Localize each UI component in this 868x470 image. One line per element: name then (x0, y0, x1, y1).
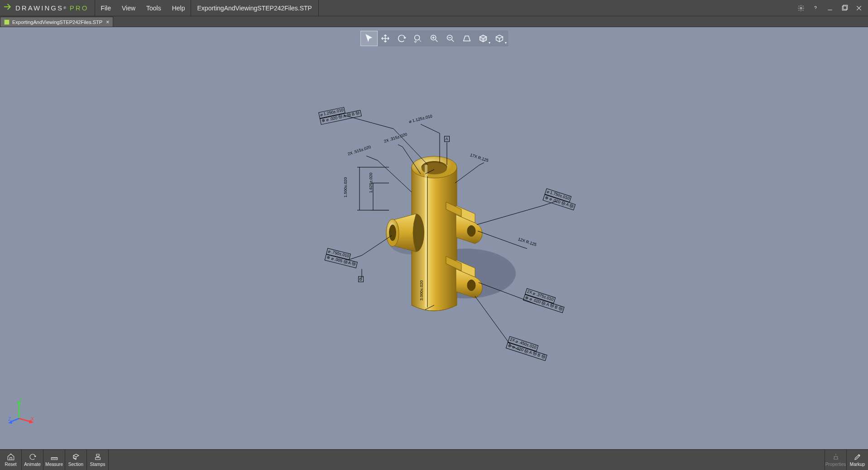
document-tab[interactable]: ExportingAndViewingSTEP242Files.STP × (0, 17, 113, 27)
stamp-icon (94, 453, 102, 461)
dim-1500: 1.500±.020 (344, 177, 348, 197)
minimize-icon (826, 5, 834, 12)
menu-file[interactable]: File (95, 0, 116, 16)
document-title: ExportingAndViewingSTEP242Files.STP (191, 0, 319, 16)
tool-reset[interactable]: Reset (0, 450, 22, 470)
datum-a: A (444, 136, 450, 142)
pencil-icon (854, 453, 862, 461)
animate-icon (29, 453, 37, 461)
zoom-in-icon (429, 33, 439, 43)
help-button[interactable] (809, 2, 822, 14)
orientation-triad[interactable]: Y X Z (8, 399, 35, 426)
model-svg (276, 92, 593, 373)
display-style-icon (478, 33, 488, 43)
svg-point-14 (467, 225, 475, 236)
tool-zoom-out[interactable] (442, 31, 459, 46)
menu-help[interactable]: Help (167, 0, 191, 16)
dim-3000: 3.000±.020 (420, 280, 424, 300)
app-logo: DRAWINGS ® PRO (0, 0, 95, 16)
ruler-icon (50, 453, 58, 461)
minimize-button[interactable] (824, 2, 836, 14)
svg-point-13 (389, 224, 396, 241)
tool-select[interactable] (361, 31, 377, 46)
titlebar-controls (795, 2, 868, 14)
menu-tools[interactable]: Tools (141, 0, 167, 16)
tool-animate[interactable]: Animate (22, 450, 43, 470)
axis-x: X (31, 417, 34, 422)
stamps-label: Stamps (90, 462, 106, 467)
tool-section[interactable]: Section (65, 450, 87, 470)
tab-close-button[interactable]: × (105, 19, 110, 25)
logo-e-icon (4, 2, 14, 14)
logo-pro-text: PRO (70, 4, 89, 12)
model-stage: ⌀ 1.250±.010 ⊕ ⌀ .020 Ⓜ A Ⓜ B Ⓜ 2X .315±… (276, 92, 593, 373)
axis-z: Z (8, 417, 11, 422)
properties-label: Properties (825, 462, 846, 467)
axis-y: Y (20, 397, 23, 402)
animate-label: Animate (24, 462, 41, 467)
properties-icon (832, 453, 840, 461)
bottombar: Reset Animate Measure Section Stamps Pro… (0, 449, 868, 470)
logo-registered: ® (63, 6, 66, 10)
markup-label: Markup (850, 462, 865, 467)
tool-zoom-in[interactable] (426, 31, 442, 46)
chevron-down-icon: ▾ (505, 41, 507, 45)
datum-b: B (358, 276, 364, 282)
viewport[interactable]: ▾ ▾ (0, 27, 868, 449)
dim-1625: 1.625±.020 (369, 172, 374, 193)
tool-rotate[interactable] (393, 31, 410, 46)
svg-point-3 (414, 35, 419, 40)
tool-view-orientation[interactable]: ▾ (491, 31, 508, 46)
settings-button[interactable] (795, 2, 807, 14)
tool-measure[interactable]: Measure (43, 450, 65, 470)
view-toolbar: ▾ ▾ (360, 30, 509, 47)
gear-icon (797, 5, 805, 12)
close-icon (855, 5, 863, 12)
section-label: Section (68, 462, 83, 467)
tool-zoom-area[interactable] (410, 31, 426, 46)
document-tab-label: ExportingAndViewingSTEP242Files.STP (12, 19, 102, 25)
tool-properties[interactable]: Properties (825, 450, 846, 470)
tool-perspective[interactable] (459, 31, 475, 46)
tool-stamps[interactable]: Stamps (87, 450, 109, 470)
help-icon (812, 5, 819, 12)
rotate-icon (397, 33, 407, 43)
section-icon (72, 453, 80, 461)
close-button[interactable] (853, 2, 865, 14)
maximize-button[interactable] (838, 2, 851, 14)
perspective-icon (462, 33, 472, 43)
svg-rect-1 (842, 6, 846, 10)
maximize-icon (841, 5, 848, 12)
document-tabstrip: ExportingAndViewingSTEP242Files.STP × (0, 16, 868, 27)
measure-label: Measure (45, 462, 63, 467)
menubar: DRAWINGS ® PRO File View Tools Help Expo… (0, 0, 868, 16)
reset-label: Reset (5, 462, 16, 467)
tool-pan[interactable] (377, 31, 393, 46)
document-icon (4, 19, 10, 25)
logo-drawings-text: DRAWINGS (15, 4, 63, 12)
home-icon (7, 453, 15, 461)
chevron-down-icon: ▾ (489, 41, 490, 45)
pan-icon (380, 33, 390, 43)
svg-point-15 (467, 280, 475, 290)
orientation-icon (494, 33, 504, 43)
bottombar-spacer (109, 450, 825, 470)
cursor-icon (364, 33, 374, 43)
svg-point-0 (800, 7, 802, 9)
svg-rect-2 (843, 5, 847, 9)
tool-display-style[interactable]: ▾ (475, 31, 491, 46)
menu-view[interactable]: View (116, 0, 141, 16)
zoom-area-icon (413, 33, 423, 43)
zoom-out-icon (446, 33, 456, 43)
tool-markup[interactable]: Markup (846, 450, 868, 470)
